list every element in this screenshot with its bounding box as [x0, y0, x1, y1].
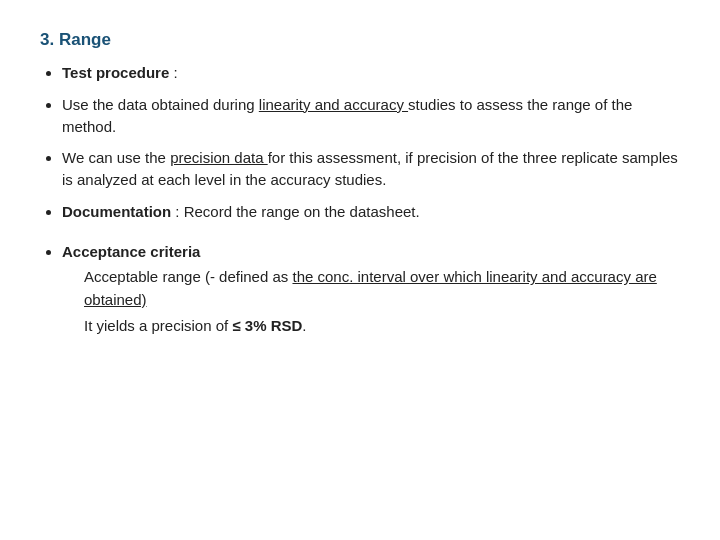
list-item-test-procedure: Test procedure : — [62, 62, 680, 84]
list-item-precision: We can use the precision data for this a… — [62, 147, 680, 191]
documentation-bold: Documentation — [62, 203, 171, 220]
acceptance-label: Acceptance criteria — [62, 243, 200, 260]
acceptance-line1: Acceptable range (- defined as the conc.… — [84, 266, 680, 311]
bullet-list: Test procedure : Use the data obtained d… — [40, 62, 680, 338]
test-procedure-colon: : — [169, 64, 177, 81]
linearity-underline: linearity and accuracy — [259, 96, 408, 113]
list-item-acceptance: Acceptance criteria Acceptable range (- … — [62, 241, 680, 338]
precision-underline: precision data — [170, 149, 268, 166]
precision-pre: We can use the — [62, 149, 170, 166]
linearity-pre: Use the data obtained during — [62, 96, 259, 113]
acceptance-line2-post: . — [302, 317, 306, 334]
acceptance-line2: It yields a precision of ≤ 3% RSD. — [84, 315, 680, 338]
heading: 3. Range — [40, 30, 680, 50]
list-item-documentation: Documentation : Record the range on the … — [62, 201, 680, 223]
test-procedure-bold: Test procedure — [62, 64, 169, 81]
acceptance-block: Acceptable range (- defined as the conc.… — [84, 266, 680, 338]
documentation-rest: : Record the range on the datasheet. — [171, 203, 420, 220]
acceptance-line1-pre: Acceptable range (- defined as — [84, 268, 292, 285]
acceptance-line2-bold: ≤ 3% RSD — [232, 317, 302, 334]
acceptance-line2-pre: It yields a precision of — [84, 317, 232, 334]
list-item-linearity: Use the data obtained during linearity a… — [62, 94, 680, 138]
